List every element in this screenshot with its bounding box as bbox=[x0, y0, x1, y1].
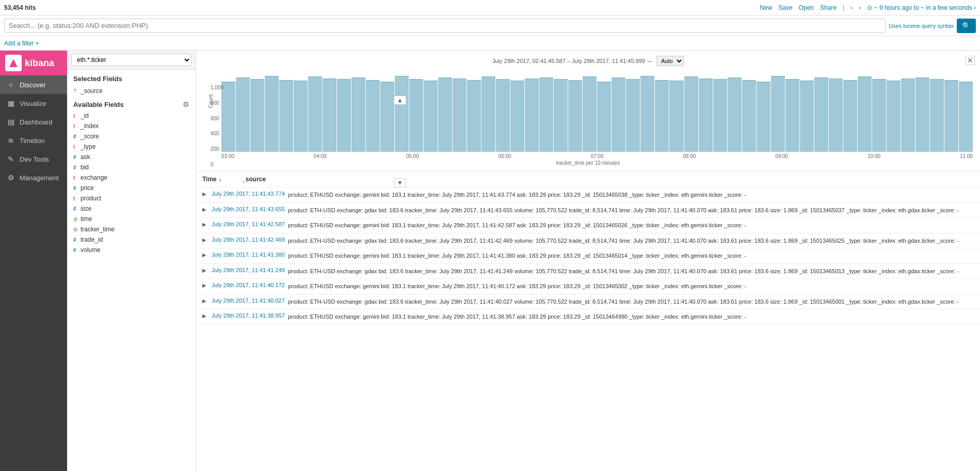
chart-bar-21[interactable] bbox=[525, 78, 539, 152]
chart-bar-19[interactable] bbox=[496, 79, 510, 152]
row-expand-toggle-6[interactable]: ▶ bbox=[202, 282, 207, 288]
chart-bar-36[interactable] bbox=[742, 80, 756, 152]
chart-bar-41[interactable] bbox=[814, 77, 828, 152]
table-row-main-6[interactable]: ▶ July 29th 2017, 11:41:40.172 product: … bbox=[196, 279, 980, 294]
chart-bar-25[interactable] bbox=[583, 76, 597, 152]
chart-bar-5[interactable] bbox=[294, 81, 308, 152]
chart-bar-22[interactable] bbox=[539, 77, 553, 152]
share-button[interactable]: Share bbox=[820, 4, 837, 11]
chart-collapse-button[interactable]: ▲ bbox=[394, 96, 406, 105]
chart-bar-12[interactable] bbox=[395, 76, 409, 152]
chart-bar-7[interactable] bbox=[323, 78, 336, 152]
table-row-main-5[interactable]: ▶ July 29th 2017, 11:41:41.249 product: … bbox=[196, 264, 980, 279]
chart-bar-51[interactable] bbox=[959, 82, 973, 152]
chart-bar-6[interactable] bbox=[308, 76, 322, 152]
available-field-bid[interactable]: # bid bbox=[67, 162, 196, 172]
available-field-_id[interactable]: t _id bbox=[67, 111, 196, 121]
chart-bar-11[interactable] bbox=[380, 82, 394, 152]
row-expand-toggle-8[interactable]: ▶ bbox=[202, 312, 207, 319]
available-field-volume[interactable]: # volume bbox=[67, 245, 196, 255]
sidebar-item-visualize[interactable]: ▦ Visualize bbox=[0, 94, 67, 113]
chart-bar-20[interactable] bbox=[510, 81, 524, 152]
index-selector[interactable]: eth.*.ticker bbox=[67, 51, 196, 70]
chart-bar-49[interactable] bbox=[930, 79, 944, 152]
chart-bar-48[interactable] bbox=[915, 77, 929, 152]
nav-forward-button[interactable]: › bbox=[859, 4, 861, 11]
chart-bar-9[interactable] bbox=[351, 77, 365, 152]
chart-bar-32[interactable] bbox=[684, 76, 698, 152]
chart-interval-select[interactable]: Auto bbox=[656, 56, 684, 66]
chart-expand-button[interactable]: ▼ bbox=[394, 178, 406, 187]
available-field-product[interactable]: t product bbox=[67, 193, 196, 203]
nav-back-button[interactable]: ‹ bbox=[850, 4, 853, 11]
chart-bar-46[interactable] bbox=[887, 81, 901, 152]
new-button[interactable]: New bbox=[760, 4, 772, 11]
chart-bar-47[interactable] bbox=[901, 78, 915, 152]
chart-bar-37[interactable] bbox=[757, 82, 770, 152]
available-field-_score[interactable]: # _score bbox=[67, 131, 196, 142]
available-field-_index[interactable]: t _index bbox=[67, 121, 196, 131]
chart-bar-23[interactable] bbox=[554, 79, 568, 152]
open-button[interactable]: Open bbox=[799, 4, 814, 11]
chart-bar-31[interactable] bbox=[669, 81, 683, 152]
chart-bar-0[interactable] bbox=[221, 82, 235, 152]
row-expand-toggle-4[interactable]: ▶ bbox=[202, 252, 207, 258]
chart-bar-39[interactable] bbox=[785, 79, 799, 152]
row-expand-toggle-0[interactable]: ▶ bbox=[202, 191, 207, 197]
chart-bar-4[interactable] bbox=[279, 80, 293, 152]
chart-bar-16[interactable] bbox=[453, 78, 467, 152]
sidebar-item-discover[interactable]: ○ Discover bbox=[0, 75, 67, 94]
chart-bar-3[interactable] bbox=[265, 76, 279, 152]
chart-bar-1[interactable] bbox=[236, 77, 250, 152]
available-field-size[interactable]: # size bbox=[67, 203, 196, 214]
table-row-main-3[interactable]: ▶ July 29th 2017, 11:41:42.469 product: … bbox=[196, 233, 980, 248]
chart-bar-2[interactable] bbox=[250, 79, 264, 152]
chart-bar-44[interactable] bbox=[858, 76, 872, 152]
time-column-header[interactable]: Time ↓ bbox=[202, 176, 221, 183]
table-row-main-2[interactable]: ▶ July 29th 2017, 11:41:42.587 product: … bbox=[196, 218, 980, 233]
search-button[interactable]: 🔍 bbox=[957, 19, 976, 33]
chart-bar-27[interactable] bbox=[612, 77, 625, 152]
index-select[interactable]: eth.*.ticker bbox=[71, 54, 191, 66]
available-field-_type[interactable]: t _type bbox=[67, 142, 196, 152]
sidebar-item-devtools[interactable]: ✎ Dev Tools bbox=[0, 150, 67, 168]
chart-bar-15[interactable] bbox=[438, 77, 452, 152]
available-field-tracker_time[interactable]: ⊙ tracker_time bbox=[67, 224, 196, 234]
fields-settings-button[interactable]: ⚙ bbox=[183, 100, 189, 108]
add-filter-button[interactable]: Add a filter + bbox=[4, 40, 39, 47]
row-expand-toggle-5[interactable]: ▶ bbox=[202, 267, 207, 273]
table-row-main-7[interactable]: ▶ July 29th 2017, 11:41:40.027 product: … bbox=[196, 294, 980, 309]
row-expand-toggle-3[interactable]: ▶ bbox=[202, 237, 207, 243]
search-input[interactable] bbox=[4, 19, 886, 33]
chart-bar-28[interactable] bbox=[626, 79, 640, 152]
selected-field-_source[interactable]: ? _source bbox=[67, 86, 196, 96]
chart-close-button[interactable]: ✕ bbox=[966, 56, 975, 65]
time-range-picker[interactable]: ⊙ ~ 9 hours ago to ~ in a few seconds › bbox=[867, 4, 976, 11]
chart-bar-10[interactable] bbox=[366, 80, 380, 152]
row-expand-toggle-1[interactable]: ▶ bbox=[202, 206, 207, 212]
bar-chart[interactable] bbox=[203, 69, 973, 152]
chart-bar-45[interactable] bbox=[872, 79, 886, 152]
chart-bar-18[interactable] bbox=[481, 76, 495, 152]
lucene-syntax-link[interactable]: Uses lucene query syntax bbox=[889, 23, 954, 29]
chart-bar-42[interactable] bbox=[829, 78, 843, 152]
save-button[interactable]: Save bbox=[778, 4, 792, 11]
chart-bar-35[interactable] bbox=[728, 77, 742, 152]
available-field-price[interactable]: # price bbox=[67, 183, 196, 193]
sidebar-item-management[interactable]: ⚙ Management bbox=[0, 168, 67, 187]
chart-bar-13[interactable] bbox=[409, 79, 423, 152]
available-field-time[interactable]: ⊙ time bbox=[67, 214, 196, 224]
chart-bar-14[interactable] bbox=[424, 81, 438, 152]
chart-bar-50[interactable] bbox=[944, 80, 958, 152]
chart-bar-8[interactable] bbox=[337, 79, 351, 152]
available-field-ask[interactable]: # ask bbox=[67, 152, 196, 162]
chart-bar-34[interactable] bbox=[713, 79, 727, 152]
table-row-main-8[interactable]: ▶ July 29th 2017, 11:41:38.957 product: … bbox=[196, 309, 980, 324]
available-field-exchange[interactable]: t exchange bbox=[67, 172, 196, 183]
table-row-main-1[interactable]: ▶ July 29th 2017, 11:41:43.655 product: … bbox=[196, 203, 980, 218]
chart-bar-26[interactable] bbox=[597, 82, 611, 152]
chart-bar-24[interactable] bbox=[568, 80, 582, 152]
row-expand-toggle-7[interactable]: ▶ bbox=[202, 297, 207, 304]
chart-bar-40[interactable] bbox=[800, 81, 814, 152]
sidebar-item-timelion[interactable]: ≋ Timelion bbox=[0, 131, 67, 150]
